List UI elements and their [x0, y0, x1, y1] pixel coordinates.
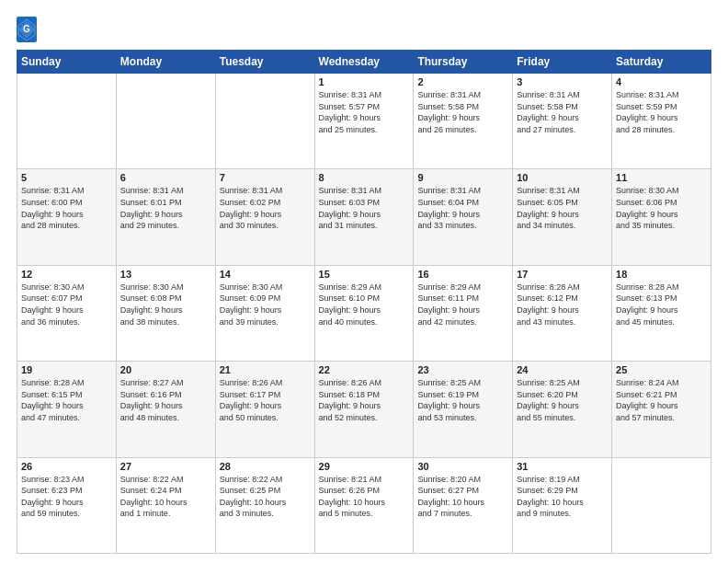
- calendar-cell: 9Sunrise: 8:31 AM Sunset: 6:04 PM Daylig…: [414, 169, 513, 265]
- page-header: G: [17, 17, 711, 42]
- day-number: 3: [517, 76, 608, 87]
- day-number: 30: [417, 461, 508, 472]
- calendar-cell: 17Sunrise: 8:28 AM Sunset: 6:12 PM Dayli…: [513, 265, 612, 361]
- day-info: Sunrise: 8:30 AM Sunset: 6:09 PM Dayligh…: [220, 282, 311, 327]
- week-row-4: 19Sunrise: 8:28 AM Sunset: 6:15 PM Dayli…: [17, 362, 711, 457]
- day-info: Sunrise: 8:29 AM Sunset: 6:10 PM Dayligh…: [319, 282, 410, 327]
- day-info: Sunrise: 8:31 AM Sunset: 6:02 PM Dayligh…: [220, 185, 311, 231]
- logo: G: [17, 17, 40, 42]
- day-info: Sunrise: 8:28 AM Sunset: 6:13 PM Dayligh…: [616, 282, 707, 327]
- day-info: Sunrise: 8:25 AM Sunset: 6:20 PM Dayligh…: [517, 377, 608, 423]
- day-info: Sunrise: 8:31 AM Sunset: 5:57 PM Dayligh…: [319, 89, 410, 135]
- day-number: 5: [21, 172, 112, 183]
- week-row-3: 12Sunrise: 8:30 AM Sunset: 6:07 PM Dayli…: [17, 265, 711, 361]
- calendar-cell: 13Sunrise: 8:30 AM Sunset: 6:08 PM Dayli…: [116, 265, 215, 361]
- day-number: 25: [616, 364, 707, 375]
- calendar-cell: 1Sunrise: 8:31 AM Sunset: 5:57 PM Daylig…: [314, 74, 414, 169]
- day-info: Sunrise: 8:31 AM Sunset: 5:59 PM Dayligh…: [616, 89, 707, 135]
- day-info: Sunrise: 8:19 AM Sunset: 6:29 PM Dayligh…: [517, 474, 608, 520]
- day-number: 8: [319, 172, 410, 183]
- day-number: 1: [319, 76, 410, 87]
- calendar-cell: 20Sunrise: 8:27 AM Sunset: 6:16 PM Dayli…: [116, 362, 215, 457]
- day-info: Sunrise: 8:29 AM Sunset: 6:11 PM Dayligh…: [417, 282, 508, 327]
- calendar-cell: 10Sunrise: 8:31 AM Sunset: 6:05 PM Dayli…: [513, 169, 612, 265]
- weekday-wednesday: Wednesday: [314, 51, 414, 74]
- day-info: Sunrise: 8:31 AM Sunset: 5:58 PM Dayligh…: [417, 89, 508, 135]
- weekday-monday: Monday: [116, 51, 215, 74]
- calendar-cell: 19Sunrise: 8:28 AM Sunset: 6:15 PM Dayli…: [17, 362, 117, 457]
- calendar-cell: 18Sunrise: 8:28 AM Sunset: 6:13 PM Dayli…: [612, 265, 711, 361]
- calendar-cell: [215, 74, 314, 169]
- calendar-cell: 15Sunrise: 8:29 AM Sunset: 6:10 PM Dayli…: [314, 265, 414, 361]
- day-number: 20: [120, 364, 211, 375]
- day-info: Sunrise: 8:28 AM Sunset: 6:12 PM Dayligh…: [517, 282, 608, 327]
- day-number: 18: [616, 269, 707, 280]
- calendar-cell: 28Sunrise: 8:22 AM Sunset: 6:25 PM Dayli…: [215, 457, 314, 553]
- day-number: 17: [517, 269, 608, 280]
- day-number: 9: [417, 172, 508, 183]
- day-info: Sunrise: 8:30 AM Sunset: 6:08 PM Dayligh…: [120, 282, 211, 327]
- calendar-cell: 27Sunrise: 8:22 AM Sunset: 6:24 PM Dayli…: [116, 457, 215, 553]
- day-number: 27: [120, 461, 211, 472]
- day-info: Sunrise: 8:21 AM Sunset: 6:26 PM Dayligh…: [319, 474, 410, 520]
- day-info: Sunrise: 8:31 AM Sunset: 6:00 PM Dayligh…: [21, 185, 112, 231]
- calendar-cell: 25Sunrise: 8:24 AM Sunset: 6:21 PM Dayli…: [612, 362, 711, 457]
- day-number: 28: [220, 461, 311, 472]
- calendar-cell: 21Sunrise: 8:26 AM Sunset: 6:17 PM Dayli…: [215, 362, 314, 457]
- day-info: Sunrise: 8:31 AM Sunset: 6:01 PM Dayligh…: [120, 185, 211, 231]
- day-number: 4: [616, 76, 707, 87]
- calendar-cell: 24Sunrise: 8:25 AM Sunset: 6:20 PM Dayli…: [513, 362, 612, 457]
- day-number: 26: [21, 461, 112, 472]
- day-info: Sunrise: 8:30 AM Sunset: 6:06 PM Dayligh…: [616, 185, 707, 231]
- calendar-cell: 31Sunrise: 8:19 AM Sunset: 6:29 PM Dayli…: [513, 457, 612, 553]
- calendar-cell: [17, 74, 117, 169]
- calendar-cell: 30Sunrise: 8:20 AM Sunset: 6:27 PM Dayli…: [414, 457, 513, 553]
- calendar-cell: 22Sunrise: 8:26 AM Sunset: 6:18 PM Dayli…: [314, 362, 414, 457]
- day-info: Sunrise: 8:31 AM Sunset: 6:04 PM Dayligh…: [417, 185, 508, 231]
- day-number: 11: [616, 172, 707, 183]
- day-number: 23: [417, 364, 508, 375]
- day-info: Sunrise: 8:23 AM Sunset: 6:23 PM Dayligh…: [21, 474, 112, 520]
- day-number: 21: [220, 364, 311, 375]
- day-info: Sunrise: 8:31 AM Sunset: 5:58 PM Dayligh…: [517, 89, 608, 135]
- day-number: 29: [319, 461, 410, 472]
- day-number: 6: [120, 172, 211, 183]
- logo-icon: G: [17, 17, 37, 42]
- day-info: Sunrise: 8:20 AM Sunset: 6:27 PM Dayligh…: [417, 474, 508, 520]
- day-number: 10: [517, 172, 608, 183]
- day-number: 15: [319, 269, 410, 280]
- day-info: Sunrise: 8:26 AM Sunset: 6:18 PM Dayligh…: [319, 377, 410, 423]
- calendar-cell: 11Sunrise: 8:30 AM Sunset: 6:06 PM Dayli…: [612, 169, 711, 265]
- calendar-cell: 16Sunrise: 8:29 AM Sunset: 6:11 PM Dayli…: [414, 265, 513, 361]
- day-number: 19: [21, 364, 112, 375]
- calendar-table: SundayMondayTuesdayWednesdayThursdayFrid…: [17, 50, 711, 554]
- calendar-cell: 3Sunrise: 8:31 AM Sunset: 5:58 PM Daylig…: [513, 74, 612, 169]
- svg-text:G: G: [23, 24, 30, 34]
- day-info: Sunrise: 8:31 AM Sunset: 6:03 PM Dayligh…: [319, 185, 410, 231]
- week-row-5: 26Sunrise: 8:23 AM Sunset: 6:23 PM Dayli…: [17, 457, 711, 553]
- day-info: Sunrise: 8:30 AM Sunset: 6:07 PM Dayligh…: [21, 282, 112, 327]
- calendar-cell: 7Sunrise: 8:31 AM Sunset: 6:02 PM Daylig…: [215, 169, 314, 265]
- day-info: Sunrise: 8:31 AM Sunset: 6:05 PM Dayligh…: [517, 185, 608, 231]
- day-number: 16: [417, 269, 508, 280]
- week-row-1: 1Sunrise: 8:31 AM Sunset: 5:57 PM Daylig…: [17, 74, 711, 169]
- calendar-cell: 23Sunrise: 8:25 AM Sunset: 6:19 PM Dayli…: [414, 362, 513, 457]
- calendar-cell: 14Sunrise: 8:30 AM Sunset: 6:09 PM Dayli…: [215, 265, 314, 361]
- weekday-thursday: Thursday: [414, 51, 513, 74]
- day-number: 24: [517, 364, 608, 375]
- day-number: 12: [21, 269, 112, 280]
- week-row-2: 5Sunrise: 8:31 AM Sunset: 6:00 PM Daylig…: [17, 169, 711, 265]
- calendar-cell: [116, 74, 215, 169]
- day-number: 22: [319, 364, 410, 375]
- calendar-cell: 5Sunrise: 8:31 AM Sunset: 6:00 PM Daylig…: [17, 169, 117, 265]
- calendar-cell: 26Sunrise: 8:23 AM Sunset: 6:23 PM Dayli…: [17, 457, 117, 553]
- weekday-sunday: Sunday: [17, 51, 117, 74]
- weekday-friday: Friday: [513, 51, 612, 74]
- day-info: Sunrise: 8:24 AM Sunset: 6:21 PM Dayligh…: [616, 377, 707, 423]
- weekday-saturday: Saturday: [612, 51, 711, 74]
- calendar-cell: 29Sunrise: 8:21 AM Sunset: 6:26 PM Dayli…: [314, 457, 414, 553]
- day-info: Sunrise: 8:22 AM Sunset: 6:24 PM Dayligh…: [120, 474, 211, 520]
- day-number: 31: [517, 461, 608, 472]
- day-number: 2: [417, 76, 508, 87]
- calendar-cell: 2Sunrise: 8:31 AM Sunset: 5:58 PM Daylig…: [414, 74, 513, 169]
